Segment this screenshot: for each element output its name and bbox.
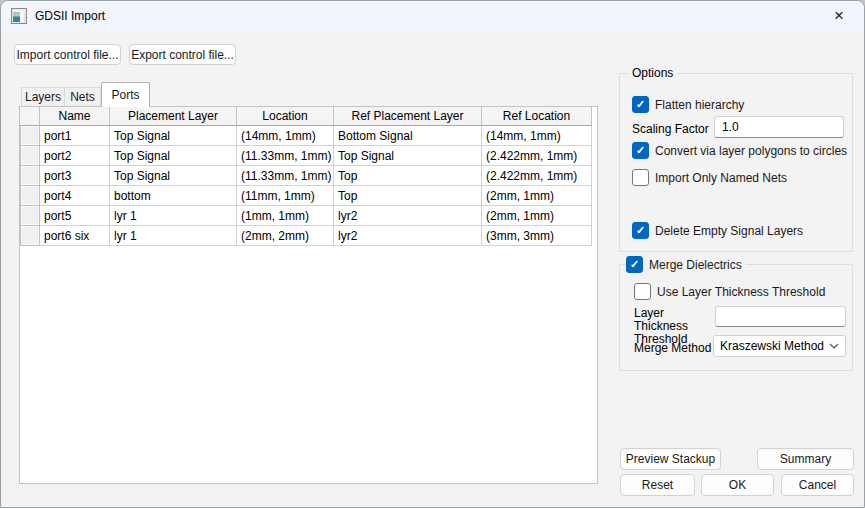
check-icon: ✓ [636, 145, 645, 156]
use-layer-thickness-threshold-row: ✓ Use Layer Thickness Threshold [634, 283, 825, 300]
merge-dielectrics-group: ✓ Merge Dielectrics ✓ Use Layer Thicknes… [619, 264, 853, 371]
cell-location[interactable]: (1mm, 1mm) [237, 206, 334, 226]
cell-ref-location[interactable]: (3mm, 3mm) [482, 226, 592, 246]
convert-via-label: Convert via layer polygons to circles [655, 144, 847, 158]
cell-ref-placement-layer[interactable]: lyr2 [334, 226, 482, 246]
merge-method-dropdown[interactable]: Kraszewski Method [713, 335, 846, 357]
cell-location[interactable]: (2mm, 2mm) [237, 226, 334, 246]
import-only-named-nets-row: ✓ Import Only Named Nets [632, 169, 787, 186]
tab-ports[interactable]: Ports [101, 82, 150, 107]
cell-placement-layer[interactable]: lyr 1 [110, 226, 237, 246]
cell-placement-layer[interactable]: Top Signal [110, 146, 237, 166]
row-selector[interactable] [20, 226, 40, 246]
tab-ports-label: Ports [111, 88, 139, 102]
delete-empty-signal-layers-checkbox[interactable]: ✓ [632, 222, 649, 239]
table-row: port3 Top Signal (11.33mm, 1mm) Top (2.4… [20, 166, 597, 186]
cell-location[interactable]: (14mm, 1mm) [237, 126, 334, 146]
close-button[interactable]: × [818, 1, 860, 31]
summary-button[interactable]: Summary [757, 448, 854, 470]
layer-thickness-threshold-input[interactable] [715, 306, 846, 327]
cell-name[interactable]: port4 [40, 186, 110, 206]
scaling-factor-input[interactable]: 1.0 [714, 116, 844, 138]
column-header-location[interactable]: Location [237, 107, 334, 126]
cell-ref-location[interactable]: (2.422mm, 1mm) [482, 166, 592, 186]
cell-name[interactable]: port6 six [40, 226, 110, 246]
preview-stackup-button[interactable]: Preview Stackup [620, 448, 721, 470]
cell-location[interactable]: (11mm, 1mm) [237, 186, 334, 206]
check-icon: ✓ [636, 99, 645, 110]
cancel-button[interactable]: Cancel [781, 474, 854, 496]
import-only-named-nets-label: Import Only Named Nets [655, 171, 787, 185]
cell-name[interactable]: port1 [40, 126, 110, 146]
check-icon: ✓ [636, 225, 645, 236]
cell-placement-layer[interactable]: lyr 1 [110, 206, 237, 226]
flatten-hierarchy-checkbox[interactable]: ✓ [632, 96, 649, 113]
ok-button[interactable]: OK [701, 474, 774, 496]
row-selector[interactable] [20, 166, 40, 186]
merge-dielectrics-label: Merge Dielectrics [649, 258, 742, 272]
cell-ref-placement-layer[interactable]: Top [334, 186, 482, 206]
merge-dielectrics-checkbox[interactable]: ✓ [626, 256, 643, 273]
row-selector[interactable] [20, 206, 40, 226]
cell-ref-location[interactable]: (14mm, 1mm) [482, 126, 592, 146]
chevron-down-icon [829, 343, 839, 349]
row-selector[interactable] [20, 146, 40, 166]
tab-layers-label: Layers [25, 90, 61, 104]
convert-via-checkbox[interactable]: ✓ [632, 142, 649, 159]
use-layer-thickness-threshold-checkbox[interactable]: ✓ [634, 283, 651, 300]
ports-table: Name Placement Layer Location Ref Placem… [19, 106, 598, 484]
cell-ref-placement-layer[interactable]: lyr2 [334, 206, 482, 226]
cell-ref-placement-layer[interactable]: Top Signal [334, 146, 482, 166]
cell-ref-location[interactable]: (2.422mm, 1mm) [482, 146, 592, 166]
table-corner-cell [20, 107, 40, 126]
cell-placement-layer[interactable]: Top Signal [110, 166, 237, 186]
table-row: port5 lyr 1 (1mm, 1mm) lyr2 (2mm, 1mm) [20, 206, 597, 226]
tab-layers[interactable]: Layers [21, 87, 65, 106]
preview-stackup-label: Preview Stackup [626, 452, 715, 466]
delete-empty-signal-layers-label: Delete Empty Signal Layers [655, 224, 803, 238]
column-header-ref-placement-layer[interactable]: Ref Placement Layer [334, 107, 482, 126]
cell-name[interactable]: port2 [40, 146, 110, 166]
table-row: port4 bottom (11mm, 1mm) Top (2mm, 1mm) [20, 186, 597, 206]
close-icon: × [834, 6, 844, 26]
summary-label: Summary [780, 452, 831, 466]
cell-name[interactable]: port5 [40, 206, 110, 226]
cell-name[interactable]: port3 [40, 166, 110, 186]
row-selector[interactable] [20, 126, 40, 146]
table-row: port2 Top Signal (11.33mm, 1mm) Top Sign… [20, 146, 597, 166]
column-header-placement-layer[interactable]: Placement Layer [110, 107, 237, 126]
window-title: GDSII Import [35, 1, 105, 31]
reset-button[interactable]: Reset [620, 474, 695, 496]
scaling-factor-label: Scaling Factor [632, 122, 709, 136]
gdsii-import-dialog: GDSII Import × Import control file... Ex… [0, 0, 865, 508]
column-header-ref-location[interactable]: Ref Location [482, 107, 592, 126]
merge-method-value: Kraszewski Method [720, 339, 824, 353]
flatten-hierarchy-row: ✓ Flatten hierarchy [632, 96, 744, 113]
export-control-file-button[interactable]: Export control file... [129, 44, 236, 65]
import-control-file-button[interactable]: Import control file... [14, 44, 121, 65]
check-icon: ✓ [630, 259, 639, 270]
scaling-factor-value: 1.0 [722, 120, 739, 134]
app-window-icon [11, 8, 27, 24]
column-header-name[interactable]: Name [40, 107, 110, 126]
delete-empty-signal-layers-row: ✓ Delete Empty Signal Layers [632, 222, 803, 239]
cell-location[interactable]: (11.33mm, 1mm) [237, 146, 334, 166]
cell-placement-layer[interactable]: Top Signal [110, 126, 237, 146]
cell-ref-placement-layer[interactable]: Bottom Signal [334, 126, 482, 146]
export-control-file-label: Export control file... [131, 48, 234, 62]
row-selector[interactable] [20, 186, 40, 206]
cell-ref-location[interactable]: (2mm, 1mm) [482, 186, 592, 206]
table-header-row: Name Placement Layer Location Ref Placem… [20, 107, 597, 126]
cell-placement-layer[interactable]: bottom [110, 186, 237, 206]
cell-ref-placement-layer[interactable]: Top [334, 166, 482, 186]
import-only-named-nets-checkbox[interactable]: ✓ [632, 169, 649, 186]
tab-nets-label: Nets [70, 90, 95, 104]
tab-nets[interactable]: Nets [64, 87, 101, 106]
cancel-label: Cancel [799, 478, 836, 492]
cell-ref-location[interactable]: (2mm, 1mm) [482, 206, 592, 226]
table-row: port6 six lyr 1 (2mm, 2mm) lyr2 (3mm, 3m… [20, 226, 597, 246]
merge-method-label: Merge Method [634, 341, 711, 355]
cell-location[interactable]: (11.33mm, 1mm) [237, 166, 334, 186]
reset-label: Reset [642, 478, 673, 492]
flatten-hierarchy-label: Flatten hierarchy [655, 98, 744, 112]
